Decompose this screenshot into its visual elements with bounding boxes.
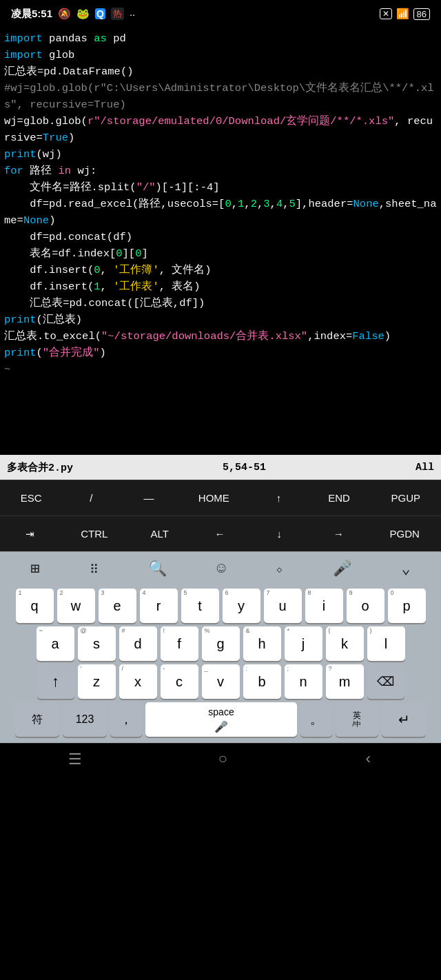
left-arrow-key[interactable]: ← <box>205 524 235 544</box>
search-icon[interactable]: 🔍 <box>143 557 172 581</box>
key-l[interactable]: )l <box>367 626 405 661</box>
key-z[interactable]: 'z <box>78 664 116 699</box>
home-button[interactable]: ○ <box>205 746 241 774</box>
key-b[interactable]: :b <box>243 664 281 699</box>
key-a[interactable]: ~a <box>37 626 74 661</box>
key-i[interactable]: 8i <box>305 589 343 623</box>
slash-key[interactable]: / <box>76 488 106 508</box>
back-button[interactable]: ‹ <box>350 746 387 774</box>
keyboard-row1: 1q 2w 3e 4r 5t 6y 7u 8i 9o 0p <box>2 589 439 623</box>
key-r[interactable]: 4r <box>140 589 178 623</box>
key-f[interactable]: !f <box>161 626 198 661</box>
dash-key[interactable]: — <box>134 488 164 508</box>
key-x[interactable]: /x <box>119 664 157 699</box>
lang-switch-key[interactable]: 英/中 <box>336 702 378 737</box>
vim-statusline: 多表合并2.py 5,54-51 All <box>0 455 441 480</box>
chevron-down-icon[interactable]: ⌄ <box>396 557 416 581</box>
key-t[interactable]: 5t <box>181 589 219 623</box>
esc-key[interactable]: ESC <box>14 488 49 508</box>
key-v[interactable]: _v <box>202 664 240 699</box>
keyboard-row2: ~a @s #d !f %g &h *j (k )l <box>2 626 439 661</box>
frog-icon: 🐸 <box>76 8 90 20</box>
status-bar: 凌晨5:51 🔕 🐸 Q 热 ·· ✕ 📶 86 <box>0 0 441 28</box>
key-n[interactable]: ;n <box>285 664 322 699</box>
key-k[interactable]: (k <box>326 626 364 661</box>
backspace-key[interactable]: ⌫ <box>367 664 404 699</box>
code-editor[interactable]: import pandas as pd import glob 汇总表=pd.D… <box>0 28 441 455</box>
key-m[interactable]: ?m <box>326 664 364 699</box>
wifi-icon: 📶 <box>396 8 409 20</box>
keyboard: 1q 2w 3e 4r 5t 6y 7u 8i 9o 0p ~a @s #d !… <box>0 586 441 743</box>
key-u[interactable]: 7u <box>264 589 302 623</box>
more-icon: ·· <box>130 8 135 20</box>
alt-key[interactable]: ALT <box>144 524 176 544</box>
grid2x2-icon[interactable]: ⊞ <box>25 557 45 581</box>
toolbar-row2: ⇥ CTRL ALT ← ↓ → PGDN <box>0 515 441 551</box>
nav-bar: ☰ ○ ‹ <box>0 743 441 776</box>
pgdn-key[interactable]: PGDN <box>382 524 426 544</box>
key-w[interactable]: 2w <box>57 589 95 623</box>
code-icon[interactable]: ⬦ <box>270 560 289 579</box>
key-h[interactable]: &h <box>243 626 281 661</box>
pgup-key[interactable]: PGUP <box>384 488 428 508</box>
battery-icon: 86 <box>413 8 430 20</box>
keyboard-row3: ↑ 'z /x -c _v :b ;n ?m ⌫ <box>2 664 439 699</box>
view-range: All <box>416 462 434 473</box>
fire-icon: 热 <box>111 8 124 20</box>
menu-button[interactable]: ☰ <box>54 745 96 775</box>
status-left: 凌晨5:51 🔕 🐸 Q 热 ·· <box>11 8 135 21</box>
num-key[interactable]: 123 <box>63 702 107 737</box>
toolbar-row1: ESC / — HOME ↑ END PGUP <box>0 480 441 515</box>
key-g[interactable]: %g <box>202 626 240 661</box>
keyboard-topbar: ⊞ ⠿ 🔍 ☺ ⬦ 🎤 ⌄ <box>0 551 441 586</box>
sym-key[interactable]: 符 <box>15 702 59 737</box>
key-c[interactable]: -c <box>161 664 198 699</box>
enter-key[interactable]: ↵ <box>382 702 426 737</box>
x-icon: ✕ <box>380 8 392 19</box>
status-right: ✕ 📶 86 <box>380 8 430 20</box>
filename: 多表合并2.py <box>7 461 73 474</box>
comma-key[interactable]: ， <box>110 702 142 737</box>
qq-icon: Q <box>95 8 105 19</box>
status-time: 凌晨5:51 <box>11 8 52 21</box>
key-s[interactable]: @s <box>78 626 116 661</box>
key-e[interactable]: 3e <box>99 589 136 623</box>
ctrl-key[interactable]: CTRL <box>74 524 114 544</box>
keyboard-row4: 符 123 ， space 🎤 。 英/中 ↵ <box>2 702 439 737</box>
key-q[interactable]: 1q <box>16 589 54 623</box>
key-p[interactable]: 0p <box>388 589 426 623</box>
shift-key[interactable]: ↑ <box>37 664 74 699</box>
down-arrow-key[interactable]: ↓ <box>264 524 294 544</box>
bell-muted-icon: 🔕 <box>58 8 71 20</box>
period-key[interactable]: 。 <box>300 702 332 737</box>
tab-key[interactable]: ⇥ <box>14 524 45 544</box>
end-key[interactable]: END <box>321 488 357 508</box>
right-arrow-key[interactable]: → <box>323 524 353 544</box>
key-y[interactable]: 6y <box>223 589 260 623</box>
emoji-icon[interactable]: ☺ <box>211 558 231 580</box>
key-j[interactable]: *j <box>285 626 322 661</box>
mic-icon[interactable]: 🎤 <box>327 557 357 581</box>
key-o[interactable]: 9o <box>347 589 384 623</box>
key-d[interactable]: #d <box>119 626 157 661</box>
home-key[interactable]: HOME <box>192 488 236 508</box>
space-key[interactable]: space 🎤 <box>145 702 297 737</box>
up-arrow-key[interactable]: ↑ <box>264 488 294 508</box>
grid4x4-icon[interactable]: ⠿ <box>84 559 104 580</box>
cursor-position: 5,54-51 <box>223 462 266 473</box>
